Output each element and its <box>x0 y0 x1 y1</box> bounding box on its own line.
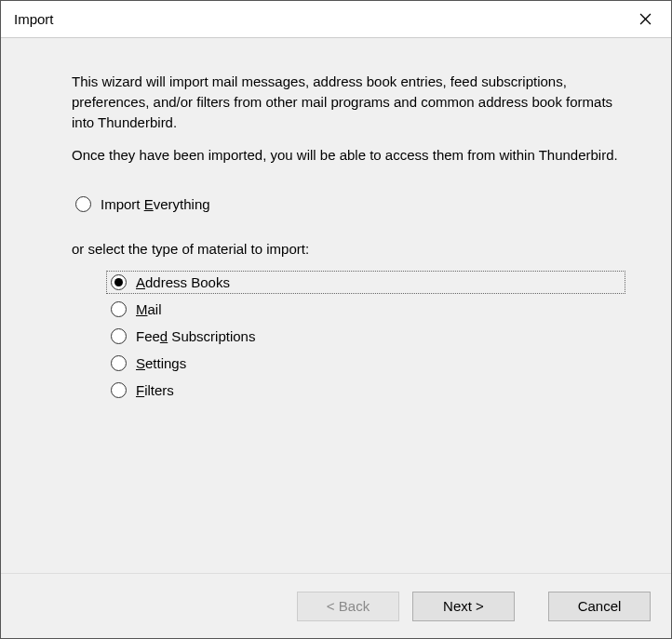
radio-mail[interactable]: Mail <box>107 299 625 320</box>
radio-import-everything[interactable]: Import Everything <box>72 193 625 215</box>
radio-icon <box>111 274 127 290</box>
next-button[interactable]: Next > <box>412 592 515 621</box>
window-title: Import <box>14 11 54 27</box>
dialog-content: This wizard will import mail messages, a… <box>1 38 671 573</box>
radio-icon <box>111 355 127 371</box>
radio-address-books[interactable]: Address Books <box>107 272 625 293</box>
intro-text-1: This wizard will import mail messages, a… <box>72 72 625 132</box>
intro-text-2: Once they have been imported, you will b… <box>72 145 625 166</box>
radio-label: Mail <box>136 301 162 317</box>
radio-filters[interactable]: Filters <box>107 379 625 401</box>
title-bar: Import <box>1 1 671 38</box>
radio-label: Import Everything <box>101 196 210 212</box>
close-icon <box>639 13 652 25</box>
radio-icon <box>111 328 127 344</box>
cancel-button[interactable]: Cancel <box>548 592 651 621</box>
radio-icon <box>75 196 91 212</box>
button-bar: < Back Next > Cancel <box>1 573 671 638</box>
radio-icon <box>111 301 127 317</box>
radio-feed-subscriptions[interactable]: Feed Subscriptions <box>107 326 625 347</box>
radio-icon <box>111 382 127 398</box>
radio-label: Filters <box>136 382 174 398</box>
radio-label: Settings <box>136 355 186 371</box>
radio-label: Feed Subscriptions <box>136 328 255 344</box>
or-label: or select the type of material to import… <box>72 241 625 257</box>
back-button: < Back <box>297 592 399 621</box>
close-button[interactable] <box>626 5 664 34</box>
radio-settings[interactable]: Settings <box>107 353 625 374</box>
radio-label: Address Books <box>136 274 230 290</box>
